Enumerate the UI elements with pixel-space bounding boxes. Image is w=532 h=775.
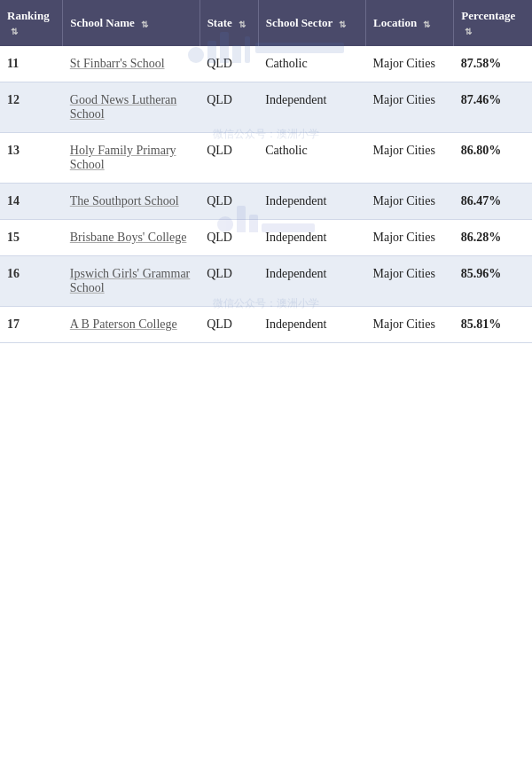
table-row: 11St Finbarr's SchoolQLDCatholicMajor Ci… xyxy=(0,46,532,82)
sector-cell: Catholic xyxy=(258,46,365,82)
table-row: 16Ipswich Girls' Grammar SchoolQLDIndepe… xyxy=(0,256,532,307)
school-name-cell: Ipswich Girls' Grammar School xyxy=(63,256,200,307)
percentage-cell: 86.47% xyxy=(454,184,532,220)
state-cell: QLD xyxy=(200,82,258,133)
percentage-cell: 87.46% xyxy=(454,82,532,133)
school-name-cell: A B Paterson College xyxy=(63,307,200,343)
ranking-cell: 17 xyxy=(0,307,63,343)
header-ranking[interactable]: Ranking ⇅ xyxy=(0,0,63,46)
location-cell: Major Cities xyxy=(366,256,454,307)
sector-cell: Independent xyxy=(258,82,365,133)
sector-cell: Independent xyxy=(258,220,365,256)
header-state[interactable]: State ⇅ xyxy=(200,0,258,46)
percentage-cell: 86.80% xyxy=(454,133,532,184)
header-ranking-label: Ranking xyxy=(7,9,50,22)
ranking-cell: 16 xyxy=(0,256,63,307)
location-cell: Major Cities xyxy=(366,46,454,82)
table-header-row: Ranking ⇅ School Name ⇅ State ⇅ School S… xyxy=(0,0,532,46)
ranking-cell: 13 xyxy=(0,133,63,184)
sector-cell: Independent xyxy=(258,184,365,220)
ranking-cell: 15 xyxy=(0,220,63,256)
state-cell: QLD xyxy=(200,46,258,82)
state-cell: QLD xyxy=(200,256,258,307)
sort-icon-ranking: ⇅ xyxy=(11,27,18,36)
header-state-label: State xyxy=(207,16,232,29)
school-name-cell: Good News Lutheran School xyxy=(63,82,200,133)
header-school-sector[interactable]: School Sector ⇅ xyxy=(258,0,365,46)
school-name-cell: Brisbane Boys' College xyxy=(63,220,200,256)
sort-icon-school-name: ⇅ xyxy=(141,20,148,29)
school-name-cell: The Southport School xyxy=(63,184,200,220)
percentage-cell: 85.81% xyxy=(454,307,532,343)
rankings-table: Ranking ⇅ School Name ⇅ State ⇅ School S… xyxy=(0,0,532,343)
table-container: Ranking ⇅ School Name ⇅ State ⇅ School S… xyxy=(0,0,532,343)
ranking-cell: 12 xyxy=(0,82,63,133)
school-name-cell: St Finbarr's School xyxy=(63,46,200,82)
percentage-cell: 87.58% xyxy=(454,46,532,82)
header-sector-label: School Sector xyxy=(266,16,332,29)
header-percentage[interactable]: Percentage ⇅ xyxy=(454,0,532,46)
table-row: 14The Southport SchoolQLDIndependentMajo… xyxy=(0,184,532,220)
sector-cell: Catholic xyxy=(258,133,365,184)
sort-icon-percentage: ⇅ xyxy=(465,27,472,36)
state-cell: QLD xyxy=(200,133,258,184)
state-cell: QLD xyxy=(200,307,258,343)
header-location[interactable]: Location ⇅ xyxy=(366,0,454,46)
location-cell: Major Cities xyxy=(366,220,454,256)
percentage-cell: 86.28% xyxy=(454,220,532,256)
table-row: 15Brisbane Boys' CollegeQLDIndependentMa… xyxy=(0,220,532,256)
header-school-name-label: School Name xyxy=(70,16,135,29)
school-name-cell: Holy Family Primary School xyxy=(63,133,200,184)
table-row: 12Good News Lutheran SchoolQLDIndependen… xyxy=(0,82,532,133)
ranking-cell: 14 xyxy=(0,184,63,220)
state-cell: QLD xyxy=(200,184,258,220)
sector-cell: Independent xyxy=(258,256,365,307)
location-cell: Major Cities xyxy=(366,307,454,343)
sort-icon-location: ⇅ xyxy=(423,20,430,29)
header-location-label: Location xyxy=(373,16,417,29)
location-cell: Major Cities xyxy=(366,184,454,220)
ranking-cell: 11 xyxy=(0,46,63,82)
state-cell: QLD xyxy=(200,220,258,256)
table-row: 17A B Paterson CollegeQLDIndependentMajo… xyxy=(0,307,532,343)
header-school-name[interactable]: School Name ⇅ xyxy=(63,0,200,46)
sector-cell: Independent xyxy=(258,307,365,343)
location-cell: Major Cities xyxy=(366,82,454,133)
header-percentage-label: Percentage xyxy=(461,9,515,22)
sort-icon-state: ⇅ xyxy=(239,20,246,29)
location-cell: Major Cities xyxy=(366,133,454,184)
table-row: 13Holy Family Primary SchoolQLDCatholicM… xyxy=(0,133,532,184)
sort-icon-sector: ⇅ xyxy=(339,20,346,29)
percentage-cell: 85.96% xyxy=(454,256,532,307)
